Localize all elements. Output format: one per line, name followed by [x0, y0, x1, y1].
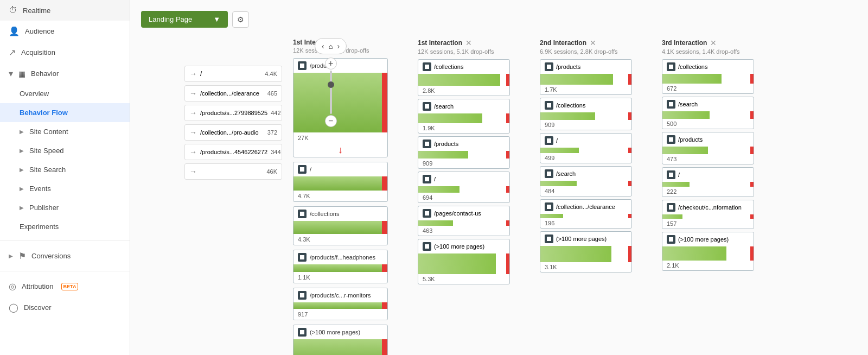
- nav-right-button[interactable]: ›: [335, 41, 342, 52]
- nav-left-button[interactable]: ‹: [320, 41, 327, 52]
- col4-subtitle: 4.1K sessions, 1.4K drop-offs: [662, 48, 754, 55]
- sidebar-item-acquisition[interactable]: ↗ Acquisition: [0, 42, 130, 63]
- interact-checkout4-bar: [662, 214, 754, 219]
- interact-more4-count: 2.1K: [662, 261, 754, 270]
- chevron-right-icon4: ▶: [20, 186, 24, 192]
- sidebar-item-attribution[interactable]: ◎ Attribution BETA: [0, 276, 130, 297]
- more-green-bar: [293, 339, 387, 355]
- interact-root3: / 499: [540, 133, 632, 163]
- sidebar-item-site-speed[interactable]: ▶ Site Speed: [0, 141, 130, 160]
- sidebar-item-behavior-flow[interactable]: Behavior Flow: [0, 103, 130, 122]
- chevron-right-icon2: ▶: [20, 148, 24, 154]
- sidebar-item-audience[interactable]: 👤 Audience: [0, 21, 130, 42]
- interact-collections4-bar: [662, 74, 754, 84]
- headphones-drop-pip: [382, 264, 387, 272]
- interact-search3: /search 484: [540, 166, 632, 196]
- divider2: [0, 271, 130, 271]
- interact-contact: /pages/contact-us 463: [418, 206, 510, 236]
- interact-clearance3-fill: [540, 214, 563, 218]
- interact-products3-bar: [540, 74, 631, 85]
- sidebar-item-discover[interactable]: ◯ Discover: [0, 297, 130, 318]
- page-icon3: [298, 210, 307, 218]
- interact-clearance3-bar: [540, 214, 631, 218]
- interact-search-inner: /search: [418, 99, 509, 113]
- starting-pages-col: → / 4.4K → /collection.../clearance 465 …: [184, 66, 282, 180]
- interact-products2-drop: [506, 151, 509, 159]
- interact-root3-inner: /: [540, 134, 631, 148]
- controls-row: Landing Page ▼ ⚙: [141, 11, 857, 28]
- col2-header-row: 1st Interaction ✕: [418, 39, 510, 47]
- sidebar: ⏱ Realtime 👤 Audience ↗ Acquisition ▾ ▦ …: [0, 0, 130, 355]
- settings-button[interactable]: ⚙: [232, 11, 249, 28]
- interact-products4-inner: /products: [662, 132, 754, 147]
- interact-collections4: /collections 672: [662, 59, 754, 94]
- start-count-pro-audio: 372: [267, 129, 277, 136]
- sidebar-item-site-search[interactable]: ▶ Site Search: [0, 160, 130, 179]
- start-count-4546: 344: [271, 149, 280, 155]
- nav-controls: ‹ ⌂ › + −: [315, 38, 347, 127]
- interact-root2-inner: /: [418, 172, 509, 186]
- page-icon-m2: [423, 242, 431, 251]
- col3-header-row: 2nd Interaction ✕: [540, 39, 632, 47]
- interact-root4-bar: [662, 182, 754, 187]
- page-icon-p2: [423, 140, 431, 148]
- interact-collections: /collections 2.8K: [418, 59, 510, 96]
- interact-more2-fill: [418, 253, 496, 274]
- interact-search: /search 1.9K: [418, 99, 510, 134]
- page-icon-c4: [667, 62, 675, 71]
- interact-products4-drop: [750, 147, 754, 154]
- col3-close[interactable]: ✕: [590, 39, 596, 47]
- interact-search4-bar: [662, 111, 754, 119]
- interact-collections3-bar: [540, 112, 631, 120]
- collections-bar: [293, 221, 387, 234]
- col2-title: 1st Interaction: [418, 39, 462, 47]
- sidebar-item-publisher[interactable]: ▶ Publisher: [0, 198, 130, 217]
- interact-more3-count: 3.1K: [540, 262, 631, 272]
- sidebar-item-site-content[interactable]: ▶ Site Content: [0, 122, 130, 141]
- page-icon-r4: [667, 170, 675, 179]
- interact-root2-count: 694: [418, 193, 509, 202]
- col2-close[interactable]: ✕: [465, 39, 472, 47]
- page-icon-s1: [423, 102, 431, 111]
- interact-contact-fill: [418, 220, 453, 226]
- interact-more3: (>100 more pages) 3.1K: [540, 231, 632, 272]
- col4-close[interactable]: ✕: [710, 39, 717, 47]
- interact-collections4-inner: /collections: [662, 60, 754, 74]
- zoom-out-button[interactable]: −: [325, 115, 337, 127]
- interact-collections-count: 2.8K: [418, 86, 509, 96]
- start-count-root: 4.4K: [265, 71, 277, 77]
- products-count: 27K: [293, 132, 387, 143]
- interact-products2-count: 909: [418, 159, 509, 168]
- interact-root4-inner: /: [662, 168, 754, 182]
- sidebar-item-experiments[interactable]: Experiments: [0, 217, 130, 236]
- landing-page-dropdown[interactable]: Landing Page ▼: [141, 11, 228, 28]
- interact-contact-drop: [506, 220, 509, 226]
- start-item-pro-audio: → /collection.../pro-audio 372: [184, 124, 282, 141]
- interact-search3-fill: [540, 181, 577, 186]
- start-item-2799: → /products/s...2799889525 442: [184, 105, 282, 121]
- interact-root4-count: 222: [662, 187, 754, 196]
- interact-contact-bar: [418, 220, 509, 226]
- interact-more4: (>100 more pages) 2.1K: [662, 232, 754, 271]
- sidebar-item-conversions[interactable]: ▶ ⚑ Conversions: [0, 245, 130, 267]
- interact-search3-count: 484: [540, 186, 631, 196]
- sidebar-item-events[interactable]: ▶ Events: [0, 179, 130, 198]
- start-item-rest: → 46K: [184, 163, 282, 180]
- chevron-right-icon6: ▶: [9, 253, 13, 259]
- node-collections-header: /collections: [293, 207, 387, 221]
- zoom-in-button[interactable]: +: [325, 58, 337, 69]
- beta-badge: BETA: [61, 283, 79, 290]
- sidebar-item-behavior[interactable]: ▾ ▦ Behavior: [0, 63, 130, 84]
- root-bar: [293, 176, 387, 191]
- sidebar-item-realtime[interactable]: ⏱ Realtime: [0, 0, 130, 21]
- products-drop-pip: [382, 73, 387, 132]
- zoom-track: [330, 71, 332, 114]
- discover-icon: ◯: [9, 302, 18, 313]
- sidebar-item-overview[interactable]: Overview: [0, 84, 130, 103]
- page-icon: [298, 61, 307, 70]
- page-icon-ct: [423, 209, 431, 218]
- interact-products3-drop: [628, 74, 631, 85]
- nav-arrows: ‹ ⌂ ›: [315, 38, 347, 54]
- interact-root2-bar: [418, 186, 509, 193]
- page-icon-m4: [667, 235, 675, 244]
